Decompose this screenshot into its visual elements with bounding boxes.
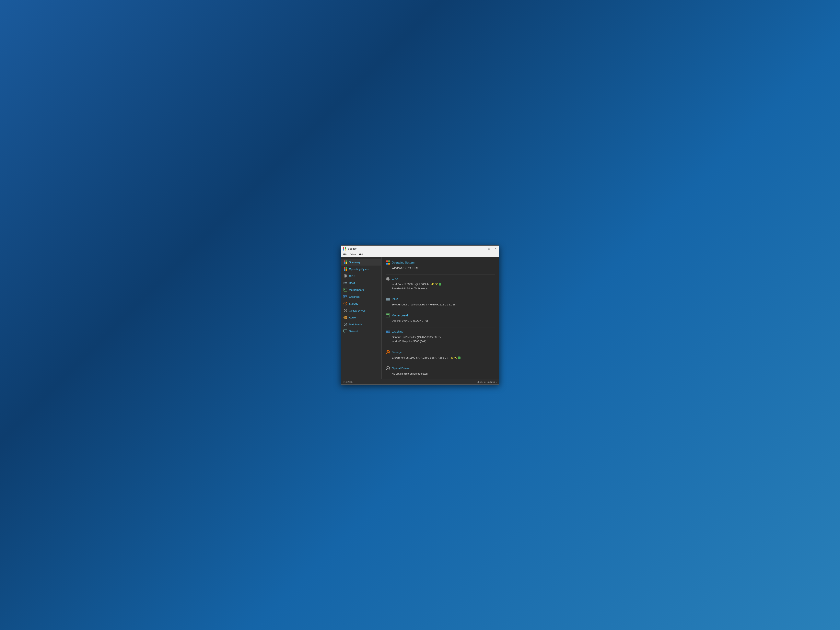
svg-rect-4: [344, 261, 345, 262]
window-title: Speccy: [348, 247, 480, 250]
svg-rect-83: [387, 316, 389, 316]
os-detail-0: Windows 10 Pro 64-bit: [392, 266, 495, 270]
svg-rect-34: [344, 290, 347, 291]
summary-icon: [343, 260, 347, 264]
svg-rect-82: [388, 314, 389, 315]
svg-point-50: [345, 317, 346, 317]
section-ram: RAM 16.0GB Dual-Channel DDR3 @ 798MHz (1…: [385, 297, 495, 307]
window-controls: — □ ✕: [480, 247, 497, 251]
section-storage: Storage 238GB Micron 1100 SATA 256GB (SA…: [385, 350, 495, 360]
menu-bar: File View Help: [341, 252, 499, 257]
svg-rect-57: [386, 261, 388, 262]
svg-rect-7: [346, 262, 347, 264]
svg-rect-28: [344, 282, 345, 283]
optical-icon: [343, 308, 347, 313]
sidebar-label-peripherals: Peripherals: [349, 323, 362, 326]
graphics-icon: [343, 295, 347, 299]
sidebar-item-audio[interactable]: Audio: [341, 314, 381, 321]
svg-rect-59: [386, 263, 388, 265]
sidebar-item-peripherals[interactable]: Peripherals: [341, 321, 381, 328]
ram-section-title: RAM: [392, 297, 398, 301]
sidebar-item-summary[interactable]: Summary: [341, 259, 381, 265]
sidebar-label-cpu: CPU: [349, 275, 354, 278]
sidebar-item-storage[interactable]: Storage: [341, 300, 381, 307]
cpu-icon: [343, 274, 347, 278]
mb-section-icon: [385, 313, 390, 317]
sidebar-label-graphics: Graphics: [349, 295, 360, 298]
svg-rect-77: [387, 298, 388, 300]
mb-detail-0: Dell Inc. 0W4CTJ (SOCKET 0): [392, 319, 495, 323]
svg-rect-86: [386, 331, 388, 333]
sidebar-item-os[interactable]: Operating System: [341, 265, 381, 273]
sidebar-item-network[interactable]: Network: [341, 328, 381, 335]
motherboard-icon: [343, 288, 347, 292]
svg-rect-53: [344, 330, 347, 332]
svg-rect-10: [344, 269, 345, 271]
sidebar-item-cpu[interactable]: CPU: [341, 273, 381, 279]
svg-rect-1: [345, 247, 346, 249]
storage-section-header: Storage: [385, 350, 495, 354]
gfx-detail-0: Generic PnP Monitor (1920x1080@60Hz): [392, 335, 495, 339]
svg-rect-0: [343, 247, 344, 249]
os-icon: [343, 267, 347, 271]
cpu-section-body: Intel Core i5 5300U @ 2.30GHz 46 °C Broa…: [385, 282, 495, 291]
storage-section-title: Storage: [392, 351, 402, 354]
menu-help[interactable]: Help: [357, 253, 366, 256]
storage-temp-badge: 33 °C: [450, 356, 461, 360]
menu-view[interactable]: View: [349, 253, 357, 256]
menu-file[interactable]: File: [342, 253, 349, 256]
sidebar-item-ram[interactable]: RAM: [341, 279, 381, 286]
cpu-section-icon: [385, 276, 390, 281]
svg-rect-30: [346, 282, 347, 283]
version-label: v1.32.803: [343, 381, 353, 383]
gfx-section-title: Graphics: [392, 330, 403, 333]
sidebar-label-optical: Optical Drives: [349, 309, 365, 312]
minimize-button[interactable]: —: [480, 247, 485, 251]
main-window: Speccy — □ ✕ File View Help: [341, 245, 499, 385]
svg-rect-81: [387, 314, 388, 315]
gfx-section-header: Graphics: [385, 330, 495, 334]
ram-section-header: RAM: [385, 297, 495, 302]
sidebar-label-summary: Summary: [349, 261, 360, 264]
svg-rect-6: [344, 262, 345, 264]
svg-rect-33: [346, 289, 347, 289]
sidebar-item-motherboard[interactable]: Motherboard: [341, 286, 381, 293]
section-motherboard: Motherboard Dell Inc. 0W4CTJ (SOCKET 0): [385, 313, 495, 323]
sidebar-item-optical[interactable]: Optical Drives: [341, 307, 381, 314]
svg-point-95: [388, 368, 388, 369]
section-optical: Optical Drives No optical disk drives de…: [385, 366, 495, 376]
title-bar: Speccy — □ ✕: [341, 246, 499, 252]
svg-rect-5: [346, 261, 347, 262]
sidebar-item-graphics[interactable]: Graphics: [341, 293, 381, 300]
sidebar-label-network: Network: [349, 330, 359, 333]
app-icon: [343, 247, 347, 251]
sidebar-label-os: Operating System: [349, 268, 370, 271]
audio-icon: [343, 316, 347, 319]
gfx-section-body: Generic PnP Monitor (1920x1080@60Hz) Int…: [385, 335, 495, 344]
right-panel: Operating System Windows 10 Pro 64-bit: [382, 257, 499, 379]
storage-temp-indicator: [458, 357, 461, 359]
svg-rect-3: [345, 249, 346, 251]
cpu-section-header: CPU: [385, 276, 495, 281]
close-button[interactable]: ✕: [493, 247, 497, 251]
cpu-detail-1: Broadwell-U 14nm Technology: [392, 286, 495, 291]
sidebar-label-ram: RAM: [349, 281, 355, 284]
svg-point-43: [345, 303, 346, 304]
svg-rect-32: [344, 289, 345, 290]
svg-rect-84: [387, 317, 389, 317]
check-updates-link[interactable]: Check for updates...: [477, 381, 497, 383]
mb-section-header: Motherboard: [385, 313, 495, 317]
network-icon: [343, 329, 347, 333]
sidebar-label-motherboard: Motherboard: [349, 288, 364, 291]
maximize-button[interactable]: □: [486, 247, 491, 251]
svg-rect-27: [344, 282, 344, 283]
svg-rect-2: [343, 249, 344, 251]
ram-detail-0: 16.0GB Dual-Channel DDR3 @ 798MHz (11-11…: [392, 303, 495, 307]
cpu-detail-0: Intel Core i5 5300U @ 2.30GHz 46 °C: [392, 282, 495, 286]
storage-detail-0: 238GB Micron 1100 SATA 256GB (SATA (SSD)…: [392, 356, 495, 360]
svg-rect-78: [388, 298, 388, 300]
svg-rect-9: [346, 267, 347, 269]
status-bar: v1.32.803 Check for updates...: [341, 379, 499, 384]
svg-rect-37: [344, 296, 345, 297]
svg-rect-29: [345, 282, 346, 283]
